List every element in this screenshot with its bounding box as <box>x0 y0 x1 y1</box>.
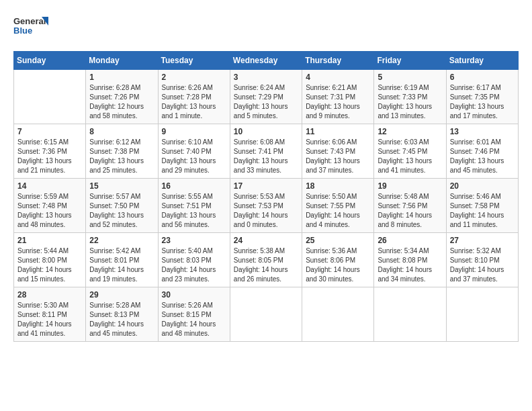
day-number: 21 <box>17 236 82 245</box>
day-info: Sunrise: 6:17 AM Sunset: 7:35 PM Dayligh… <box>450 83 515 121</box>
weekday-header: Sunday <box>14 52 86 70</box>
day-info: Sunrise: 6:24 AM Sunset: 7:29 PM Dayligh… <box>234 83 298 121</box>
calendar-week-row: 28Sunrise: 5:30 AM Sunset: 8:11 PM Dayli… <box>14 287 519 342</box>
day-info: Sunrise: 5:50 AM Sunset: 7:55 PM Dayligh… <box>306 192 370 230</box>
day-info: Sunrise: 5:34 AM Sunset: 8:08 PM Dayligh… <box>378 246 442 284</box>
weekday-header: Saturday <box>446 52 518 70</box>
calendar-cell <box>14 70 86 124</box>
day-number: 26 <box>378 236 442 245</box>
calendar-cell: 15Sunrise: 5:57 AM Sunset: 7:50 PM Dayli… <box>86 179 158 233</box>
day-number: 5 <box>378 73 442 82</box>
calendar-cell: 29Sunrise: 5:28 AM Sunset: 8:13 PM Dayli… <box>86 287 158 342</box>
day-number: 15 <box>89 181 154 191</box>
calendar-cell: 21Sunrise: 5:44 AM Sunset: 8:00 PM Dayli… <box>14 233 86 287</box>
weekday-header: Friday <box>374 52 446 70</box>
day-info: Sunrise: 5:36 AM Sunset: 8:06 PM Dayligh… <box>306 246 370 284</box>
day-number: 20 <box>450 181 515 191</box>
calendar-cell: 20Sunrise: 5:46 AM Sunset: 7:58 PM Dayli… <box>446 179 518 233</box>
calendar-cell: 9Sunrise: 6:10 AM Sunset: 7:40 PM Daylig… <box>158 124 230 179</box>
day-info: Sunrise: 6:19 AM Sunset: 7:33 PM Dayligh… <box>378 83 442 121</box>
day-number: 29 <box>89 290 154 300</box>
day-info: Sunrise: 5:53 AM Sunset: 7:53 PM Dayligh… <box>234 192 298 230</box>
day-number: 22 <box>89 236 154 245</box>
calendar-cell: 4Sunrise: 6:21 AM Sunset: 7:31 PM Daylig… <box>302 70 374 124</box>
calendar-cell: 27Sunrise: 5:32 AM Sunset: 8:10 PM Dayli… <box>446 233 518 287</box>
calendar-cell: 8Sunrise: 6:12 AM Sunset: 7:38 PM Daylig… <box>86 124 158 179</box>
calendar-cell: 1Sunrise: 6:28 AM Sunset: 7:26 PM Daylig… <box>86 70 158 124</box>
day-number: 6 <box>450 73 515 82</box>
logo: General Blue <box>13 13 48 40</box>
calendar-cell: 22Sunrise: 5:42 AM Sunset: 8:01 PM Dayli… <box>86 233 158 287</box>
day-info: Sunrise: 5:30 AM Sunset: 8:11 PM Dayligh… <box>17 301 82 338</box>
day-number: 3 <box>234 73 298 82</box>
day-info: Sunrise: 5:28 AM Sunset: 8:13 PM Dayligh… <box>89 301 154 338</box>
day-number: 11 <box>306 127 370 136</box>
day-number: 23 <box>162 236 226 245</box>
day-info: Sunrise: 5:57 AM Sunset: 7:50 PM Dayligh… <box>89 192 154 230</box>
weekday-header: Monday <box>86 52 158 70</box>
day-info: Sunrise: 5:26 AM Sunset: 8:15 PM Dayligh… <box>162 301 226 338</box>
weekday-header: Tuesday <box>158 52 230 70</box>
calendar-cell <box>374 287 446 342</box>
day-number: 13 <box>450 127 515 136</box>
day-number: 10 <box>234 127 298 136</box>
calendar-cell: 13Sunrise: 6:01 AM Sunset: 7:46 PM Dayli… <box>446 124 518 179</box>
calendar-table: SundayMondayTuesdayWednesdayThursdayFrid… <box>13 51 519 342</box>
calendar-cell: 19Sunrise: 5:48 AM Sunset: 7:56 PM Dayli… <box>374 179 446 233</box>
day-info: Sunrise: 5:38 AM Sunset: 8:05 PM Dayligh… <box>234 246 298 284</box>
calendar-week-row: 7Sunrise: 6:15 AM Sunset: 7:36 PM Daylig… <box>14 124 519 179</box>
day-info: Sunrise: 5:32 AM Sunset: 8:10 PM Dayligh… <box>450 246 515 284</box>
calendar-cell: 10Sunrise: 6:08 AM Sunset: 7:41 PM Dayli… <box>230 124 302 179</box>
day-number: 25 <box>306 236 370 245</box>
calendar-cell <box>230 287 302 342</box>
day-info: Sunrise: 6:06 AM Sunset: 7:43 PM Dayligh… <box>306 138 370 175</box>
day-number: 2 <box>162 73 226 82</box>
day-number: 30 <box>162 290 226 300</box>
day-info: Sunrise: 6:08 AM Sunset: 7:41 PM Dayligh… <box>234 138 298 175</box>
day-number: 1 <box>89 73 154 82</box>
day-info: Sunrise: 6:10 AM Sunset: 7:40 PM Dayligh… <box>162 138 226 175</box>
calendar-cell: 5Sunrise: 6:19 AM Sunset: 7:33 PM Daylig… <box>374 70 446 124</box>
day-info: Sunrise: 5:48 AM Sunset: 7:56 PM Dayligh… <box>378 192 442 230</box>
calendar-cell: 2Sunrise: 6:26 AM Sunset: 7:28 PM Daylig… <box>158 70 230 124</box>
day-number: 9 <box>162 127 226 136</box>
weekday-header: Wednesday <box>230 52 302 70</box>
day-info: Sunrise: 6:01 AM Sunset: 7:46 PM Dayligh… <box>450 138 515 175</box>
day-info: Sunrise: 5:46 AM Sunset: 7:58 PM Dayligh… <box>450 192 515 230</box>
page-header: General Blue <box>13 13 519 40</box>
day-info: Sunrise: 6:03 AM Sunset: 7:45 PM Dayligh… <box>378 138 442 175</box>
day-number: 24 <box>234 236 298 245</box>
day-number: 17 <box>234 181 298 191</box>
weekday-header: Thursday <box>302 52 374 70</box>
calendar-cell: 16Sunrise: 5:55 AM Sunset: 7:51 PM Dayli… <box>158 179 230 233</box>
day-number: 18 <box>306 181 370 191</box>
day-number: 27 <box>450 236 515 245</box>
calendar-cell: 6Sunrise: 6:17 AM Sunset: 7:35 PM Daylig… <box>446 70 518 124</box>
day-info: Sunrise: 6:21 AM Sunset: 7:31 PM Dayligh… <box>306 83 370 121</box>
calendar-cell: 3Sunrise: 6:24 AM Sunset: 7:29 PM Daylig… <box>230 70 302 124</box>
day-number: 8 <box>89 127 154 136</box>
svg-text:Blue: Blue <box>13 26 32 36</box>
calendar-cell: 26Sunrise: 5:34 AM Sunset: 8:08 PM Dayli… <box>374 233 446 287</box>
day-number: 7 <box>17 127 82 136</box>
day-info: Sunrise: 6:12 AM Sunset: 7:38 PM Dayligh… <box>89 138 154 175</box>
calendar-cell: 11Sunrise: 6:06 AM Sunset: 7:43 PM Dayli… <box>302 124 374 179</box>
day-info: Sunrise: 6:26 AM Sunset: 7:28 PM Dayligh… <box>162 83 226 121</box>
calendar-cell: 14Sunrise: 5:59 AM Sunset: 7:48 PM Dayli… <box>14 179 86 233</box>
day-info: Sunrise: 5:55 AM Sunset: 7:51 PM Dayligh… <box>162 192 226 230</box>
calendar-week-row: 14Sunrise: 5:59 AM Sunset: 7:48 PM Dayli… <box>14 179 519 233</box>
day-number: 19 <box>378 181 442 191</box>
calendar-cell: 28Sunrise: 5:30 AM Sunset: 8:11 PM Dayli… <box>14 287 86 342</box>
day-info: Sunrise: 6:28 AM Sunset: 7:26 PM Dayligh… <box>89 83 154 121</box>
calendar-week-row: 1Sunrise: 6:28 AM Sunset: 7:26 PM Daylig… <box>14 70 519 124</box>
calendar-cell <box>446 287 518 342</box>
svg-text:General: General <box>13 16 46 26</box>
calendar-cell: 30Sunrise: 5:26 AM Sunset: 8:15 PM Dayli… <box>158 287 230 342</box>
calendar-cell: 12Sunrise: 6:03 AM Sunset: 7:45 PM Dayli… <box>374 124 446 179</box>
header-row: SundayMondayTuesdayWednesdayThursdayFrid… <box>14 52 519 70</box>
day-number: 12 <box>378 127 442 136</box>
day-number: 14 <box>17 181 82 191</box>
calendar-cell: 17Sunrise: 5:53 AM Sunset: 7:53 PM Dayli… <box>230 179 302 233</box>
day-info: Sunrise: 5:42 AM Sunset: 8:01 PM Dayligh… <box>89 246 154 284</box>
calendar-week-row: 21Sunrise: 5:44 AM Sunset: 8:00 PM Dayli… <box>14 233 519 287</box>
